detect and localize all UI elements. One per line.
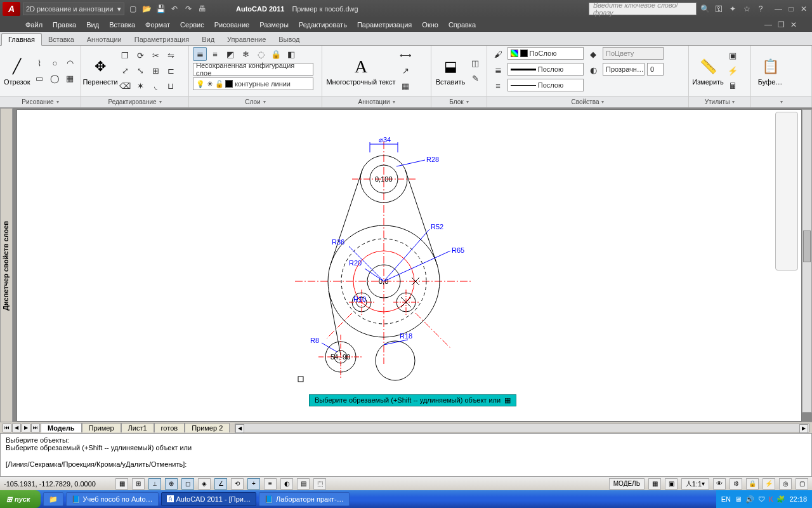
panel-util-label[interactable]: Утилиты [689,96,750,107]
menu-tools[interactable]: Сервис [180,21,204,29]
leader-icon[interactable]: ↗ [398,64,412,78]
menu-file[interactable]: Файл [25,21,43,29]
explode-icon[interactable]: ✶ [133,79,147,93]
tab-next-icon[interactable]: ▶ [22,424,30,432]
print-icon[interactable]: 🖶 [197,3,208,15]
task-autocad[interactable]: 🅰 AutoCAD 2011 - [При… [161,492,256,506]
scale-icon[interactable]: ⤡ [133,64,147,78]
menu-dimension[interactable]: Размеры [259,21,289,29]
rotate-icon[interactable]: ⟳ [133,49,147,63]
isolate-icon[interactable]: ◎ [779,478,792,490]
polar-toggle[interactable]: ⊕ [165,478,178,490]
select-all-icon[interactable]: ▣ [726,49,740,63]
start-button[interactable]: ⊞пуск [0,490,41,508]
canvas[interactable]: 0,0 0,100 ⌀34 R28 [16,109,802,422]
tab-last-icon[interactable]: ⏭ [31,424,40,432]
grid-toggle[interactable]: ⊞ [132,478,145,490]
move-button[interactable]: ✥Перенести [85,49,115,93]
tpy-toggle[interactable]: ◐ [280,478,293,490]
search-input[interactable]: Введите ключевое слово/фразу [589,3,697,15]
color-picker-icon[interactable]: ◆ [586,47,600,61]
3dosnap-toggle[interactable]: ◈ [198,478,211,490]
annoscale-combo[interactable]: 人 1:1▾ [681,478,709,490]
horizontal-scrollbar[interactable]: ◀▶ [235,424,809,432]
offset-icon[interactable]: ⊏ [164,64,178,78]
layer-states-icon[interactable]: ≡ [208,47,222,61]
tab-insert[interactable]: Вставка [42,34,81,45]
create-block-icon[interactable]: ◫ [468,57,482,70]
redo-icon[interactable]: ↷ [183,3,194,15]
tray-icon4[interactable]: К [769,495,773,503]
help-icon[interactable]: ? [755,3,766,15]
line-button[interactable]: ╱Отрезок [4,49,30,93]
modelspace-button[interactable]: МОДЕЛЬ [609,478,645,490]
measure-button[interactable]: 📏Измерить [693,49,723,93]
hscroll-right[interactable]: ▶ [799,424,808,433]
otrack-toggle[interactable]: ∠ [214,478,227,490]
hardware-accel-icon[interactable]: ⚡ [763,478,775,490]
panel-clip-label[interactable] [751,96,811,107]
tray-icon3[interactable]: 🛡 [758,495,765,503]
doc-minimize-icon[interactable]: — [763,19,774,30]
stretch-icon[interactable]: ⤢ [118,64,132,78]
fillet-icon[interactable]: ◟ [148,79,162,93]
menu-parametric[interactable]: Параметризация [357,21,412,29]
tab-prev-icon[interactable]: ◀ [12,424,21,432]
lineweight-combo[interactable]: Послою [508,63,584,76]
layer-combo[interactable]: 💡 ☀ 🔓 контурные линии [193,77,313,90]
panel-layers-label[interactable]: Слои [189,96,322,107]
coordinates[interactable]: -105.1931, -112.7829, 0.0000 [4,480,112,488]
panel-annot-label[interactable]: Аннотации [322,96,431,107]
linetype-icon[interactable]: ≡ [491,79,505,93]
quick-select-icon[interactable]: ⚡ [726,64,740,78]
exchange-icon[interactable]: ✦ [727,3,738,15]
layer-match-icon[interactable]: ◧ [284,47,298,61]
tray-icon[interactable]: 🖥 [735,495,742,503]
vertical-scrollbar[interactable] [802,109,812,413]
dim-linear-icon[interactable]: ⟷ [398,49,412,63]
arc-icon[interactable]: ◠ [63,57,77,70]
app-logo[interactable]: A [3,2,20,16]
table-icon[interactable]: ▦ [398,79,412,93]
doc-restore-icon[interactable]: ❐ [775,19,787,30]
hscroll-left[interactable]: ◀ [235,424,244,433]
menu-edit[interactable]: Правка [53,21,76,29]
workspace-switch-icon[interactable]: ⚙ [730,478,742,490]
layer-manager-palette[interactable]: Диспетчер свойств слоев [0,108,13,423]
tab-home[interactable]: Главная [1,33,42,46]
toolbar-lock-icon[interactable]: 🔒 [746,478,759,490]
lwt-toggle[interactable]: ≡ [264,478,277,490]
tab-manage[interactable]: Управление [221,34,272,45]
task-word2[interactable]: 📘 Лабораторн практ-… [259,492,350,506]
undo-icon[interactable]: ↶ [169,3,180,15]
tab-view[interactable]: Вид [195,34,221,45]
command-window[interactable]: Выберите объекты: Выберите обрезаемый (+… [0,433,812,478]
layer-iso-icon[interactable]: ◩ [223,47,237,61]
mirror-icon[interactable]: ⇋ [164,49,178,63]
calc-icon[interactable]: 🖩 [726,79,740,93]
key-icon[interactable]: ⚿ [713,3,724,15]
menu-help[interactable]: Справка [449,21,476,29]
transparency-input[interactable]: Прозрачн… [603,63,645,76]
ducs-toggle[interactable]: ⟲ [231,478,244,490]
binoculars-icon[interactable]: 🔍 [699,3,710,15]
quickview-drawings-icon[interactable]: ▣ [665,478,678,490]
panel-props-label[interactable]: Свойства [487,96,688,107]
layer-props-icon[interactable]: ≣ [193,47,207,61]
tab-output[interactable]: Вывод [272,34,306,45]
maximize-icon[interactable]: □ [785,3,797,15]
workspace-selector[interactable]: 2D рисование и аннотации▾ [23,3,124,15]
qp-toggle[interactable]: ▤ [297,478,310,490]
tab-layout1[interactable]: Пример [82,423,121,432]
layer-lock-icon[interactable]: 🔒 [269,47,283,61]
polyline-icon[interactable]: ⌇ [32,57,46,70]
menu-view[interactable]: Вид [86,21,99,29]
annovisibility-icon[interactable]: 👁 [713,478,726,490]
tray-icon2[interactable]: 🔊 [745,495,754,504]
navigation-bar[interactable] [775,112,798,271]
clean-screen-icon[interactable]: ▢ [796,478,808,490]
dyn-toggle[interactable]: + [247,478,260,490]
new-icon[interactable]: ▢ [127,3,138,15]
array-icon[interactable]: ⊞ [148,64,162,78]
close-icon[interactable]: ✕ [798,3,809,15]
